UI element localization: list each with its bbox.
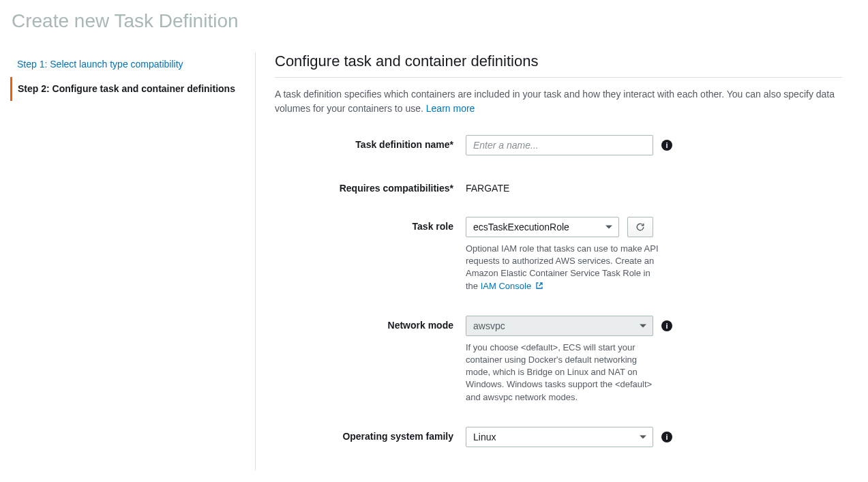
task-role-select[interactable]: ecsTaskExecutionRole — [466, 217, 619, 237]
external-link-icon — [535, 282, 543, 290]
refresh-button[interactable] — [627, 217, 653, 237]
wizard-steps-sidebar: Step 1: Select launch type compatibility… — [10, 52, 256, 470]
task-role-label: Task role — [275, 217, 466, 232]
operating-system-family-select[interactable]: Linux — [466, 427, 653, 447]
field-requires-compatibilities: Requires compatibilities* FARGATE — [275, 179, 842, 194]
operating-system-family-label: Operating system family — [275, 427, 466, 442]
section-description: A task definition specifies which contai… — [275, 87, 842, 116]
iam-console-link[interactable]: IAM Console — [481, 281, 543, 291]
main-content: Configure task and container definitions… — [256, 52, 856, 470]
task-role-help-text: Optional IAM role that tasks can use to … — [466, 243, 663, 292]
info-icon[interactable]: i — [661, 432, 672, 442]
field-network-mode: Network mode awsvpc i If you choose <def… — [275, 316, 842, 404]
field-operating-system-family: Operating system family Linux i — [275, 427, 842, 447]
network-mode-label: Network mode — [275, 316, 466, 331]
learn-more-link[interactable]: Learn more — [426, 103, 475, 114]
info-icon[interactable]: i — [661, 320, 672, 331]
section-title: Configure task and container definitions — [275, 52, 842, 78]
task-definition-name-label: Task definition name* — [275, 135, 466, 150]
task-definition-name-input[interactable] — [466, 135, 653, 155]
network-mode-select[interactable]: awsvpc — [466, 316, 653, 336]
wizard-step-1[interactable]: Step 1: Select launch type compatibility — [10, 52, 241, 77]
wizard-step-2[interactable]: Step 2: Configure task and container def… — [10, 77, 241, 102]
info-icon[interactable]: i — [661, 140, 672, 151]
field-task-definition-name: Task definition name* i — [275, 135, 842, 155]
requires-compatibilities-value: FARGATE — [466, 179, 842, 194]
refresh-icon — [635, 222, 645, 232]
network-mode-help-text: If you choose <default>, ECS will start … — [466, 342, 663, 404]
field-task-role: Task role ecsTaskExecutionRole — [275, 217, 842, 292]
requires-compatibilities-label: Requires compatibilities* — [275, 179, 466, 194]
page-title: Create new Task Definition — [10, 10, 858, 32]
